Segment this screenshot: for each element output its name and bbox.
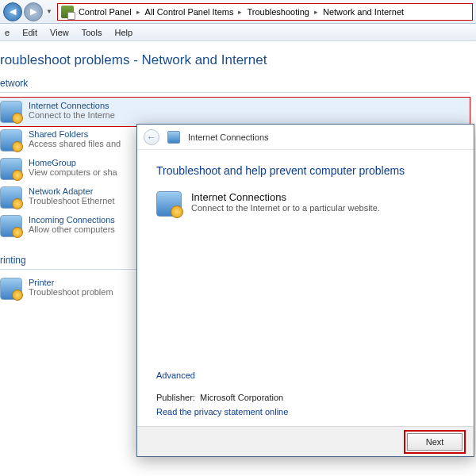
breadcrumb-icon (61, 6, 74, 18)
item-sub: Troubleshoot Ethernet (29, 196, 114, 205)
folder-share-icon (0, 129, 22, 152)
publisher-value: Microsoft Corporation (200, 393, 283, 402)
item-sub: View computers or sha (29, 167, 117, 177)
item-title: Internet Connections (29, 101, 115, 110)
category-network: etwork (0, 78, 470, 93)
nav-back-button[interactable]: ◀ (3, 2, 22, 21)
wizard-icon (167, 131, 180, 144)
internet-globe-icon (156, 191, 182, 217)
chevron-right-icon: ▸ (238, 8, 242, 16)
nav-forward-button[interactable]: ▶ (24, 2, 43, 21)
chevron-right-icon: ▸ (136, 8, 140, 16)
globe-icon (0, 101, 22, 123)
adapter-icon (0, 186, 22, 209)
item-title: Shared Folders (29, 129, 121, 139)
menu-file[interactable]: e (5, 28, 10, 37)
next-button[interactable]: Next (407, 433, 463, 451)
publisher-label: Publisher: (156, 393, 195, 402)
crumb-3[interactable]: Network and Internet (323, 7, 404, 17)
item-sub: Allow other computers (29, 225, 115, 234)
item-sub: Troubleshoot problem (29, 287, 113, 297)
wizard-item-title: Internet Connections (191, 191, 380, 203)
item-sub: Connect to the Interne (29, 110, 115, 120)
wizard-item-sub: Connect to the Internet or to a particul… (191, 203, 380, 213)
crumb-2[interactable]: Troubleshooting (247, 7, 309, 17)
homegroup-icon (0, 158, 22, 180)
menu-bar: e Edit View Tools Help (0, 24, 476, 41)
page-title: roubleshoot problems - Network and Inter… (0, 41, 470, 78)
item-title: Printer (29, 278, 113, 287)
menu-view[interactable]: View (50, 28, 69, 37)
breadcrumb[interactable]: Control Panel▸ All Control Panel Items▸ … (57, 3, 473, 21)
wizard-heading: Troubleshoot and help prevent computer p… (156, 164, 455, 177)
crumb-0[interactable]: Control Panel (79, 7, 132, 17)
menu-help[interactable]: Help (114, 28, 132, 37)
item-title: Incoming Connections (29, 215, 115, 225)
item-sub: Access shared files and (29, 139, 121, 148)
privacy-link[interactable]: Read the privacy statement online (156, 407, 288, 416)
menu-edit[interactable]: Edit (22, 28, 37, 37)
wizard-back-button[interactable]: ← (144, 129, 159, 145)
wizard-title: Internet Connections (188, 132, 269, 142)
wizard-item: Internet Connections Connect to the Inte… (156, 191, 455, 217)
advanced-link[interactable]: Advanced (156, 370, 195, 380)
menu-tools[interactable]: Tools (82, 28, 102, 37)
item-internet-connections[interactable]: Internet Connections Connect to the Inte… (0, 98, 470, 126)
printer-icon (0, 278, 22, 300)
crumb-1[interactable]: All Control Panel Items (145, 7, 234, 17)
publisher-line: Publisher: Microsoft Corporation (156, 393, 283, 402)
item-title: Network Adapter (29, 186, 114, 196)
wizard-dialog: ← Internet Connections Troubleshoot and … (136, 124, 474, 457)
item-title: HomeGroup (29, 158, 117, 167)
chevron-right-icon: ▸ (314, 8, 318, 16)
incoming-icon (0, 215, 22, 237)
nav-history-dropdown[interactable]: ▼ (46, 8, 52, 15)
